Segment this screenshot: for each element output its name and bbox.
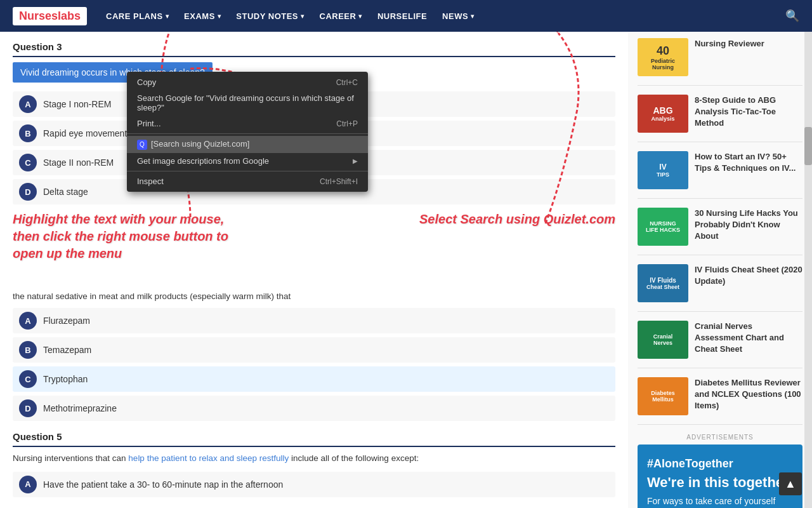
cm-quizlet-search[interactable]: Q[Search using Quizlet.com] xyxy=(127,136,368,153)
sidebar-item-4[interactable]: NURSING LIFE HACKS 30 Nursing Life Hacks… xyxy=(638,208,802,255)
sidebar-thumb-4: NURSING LIFE HACKS xyxy=(638,208,688,246)
q5-link[interactable]: help the patient to relax and sleep rest… xyxy=(128,453,289,463)
q5-option-a[interactable]: A Have the patient take a 30- to 60-minu… xyxy=(13,472,615,497)
cm-divider1 xyxy=(127,133,368,134)
question5-text: Nursing interventions that can help the … xyxy=(13,452,615,465)
question5-header: Question 5 xyxy=(13,431,615,447)
q4-option-d[interactable]: D Methotrimeprazine xyxy=(13,396,615,421)
cm-print[interactable]: Print... Ctrl+P xyxy=(127,116,368,131)
nav-news[interactable]: NEWS ▾ xyxy=(436,8,481,25)
sidebar-item-text-1: Nursing Reviewer xyxy=(695,38,764,50)
cm-image-descriptions[interactable]: Get image descriptions from Google xyxy=(127,153,368,169)
ads-hashtag: #AloneTogether xyxy=(647,457,793,471)
option-circle-a: A xyxy=(19,476,37,493)
sidebar-item-text-2: 8-Step Guide to ABG Analysis Tic-Tac-Toe… xyxy=(695,95,802,130)
nav-exams[interactable]: EXAMS ▾ xyxy=(178,8,227,25)
chevron-down-icon: ▾ xyxy=(358,13,362,20)
sidebar-thumb-2: ABG Analysis xyxy=(638,95,688,133)
sidebar-item-5[interactable]: IV Fluids Cheat Sheet IV Fluids Cheat Sh… xyxy=(638,264,802,312)
ads-sub: For ways to take care of yourself xyxy=(647,496,793,506)
nav-career[interactable]: CAREER ▾ xyxy=(313,8,369,25)
cm-copy[interactable]: Copy Ctrl+C xyxy=(127,74,368,90)
logo-text-accent: labs xyxy=(58,10,81,22)
quizlet-icon: Q xyxy=(137,140,147,150)
q4-option-c[interactable]: C Tryptophan xyxy=(13,366,615,392)
q4-intro-text: the natural sedative in meat and milk pr… xyxy=(13,290,615,303)
sidebar-item-7[interactable]: Diabetes Mellitus Diabetes Mellitus Revi… xyxy=(638,377,802,425)
sidebar-thumb-5: IV Fluids Cheat Sheet xyxy=(638,264,688,302)
logo-text-main: Nurses xyxy=(19,10,58,22)
nav-care-plans[interactable]: CARE PLANS ▾ xyxy=(100,8,175,25)
sidebar-item-1[interactable]: 40 Pediatric Nursing Nursing Reviewer xyxy=(638,38,802,86)
navbar: Nurseslabs CARE PLANS ▾ EXAMS ▾ STUDY NO… xyxy=(0,0,812,32)
option-circle-c: C xyxy=(19,370,37,388)
scrollbar-thumb[interactable] xyxy=(804,127,812,165)
sidebar-item-6[interactable]: Cranial Nerves Cranial Nerves Assessment… xyxy=(638,321,802,368)
sidebar-item-3[interactable]: IV TIPS How to Start an IV? 50+ Tips & T… xyxy=(638,151,802,199)
sidebar-item-2[interactable]: ABG Analysis 8-Step Guide to ABG Analysi… xyxy=(638,95,802,142)
search-icon[interactable]: 🔍 xyxy=(785,9,799,23)
sidebar-ads-label: ADVERTISEMENTS xyxy=(638,434,802,441)
sidebar-thumb-3: IV TIPS xyxy=(638,151,688,189)
sidebar-item-text-4: 30 Nursing Life Hacks You Probably Didn'… xyxy=(695,208,802,243)
chevron-down-icon: ▾ xyxy=(166,13,169,20)
chevron-down-icon: ▾ xyxy=(301,13,304,20)
option-circle-a: A xyxy=(19,312,37,330)
sidebar-item-text-3: How to Start an IV? 50+ Tips & Technique… xyxy=(695,151,802,174)
option-circle-b: B xyxy=(19,341,37,359)
option-circle-a: A xyxy=(19,95,37,113)
scrollbar-track xyxy=(804,0,812,508)
sidebar-thumb-6: Cranial Nerves xyxy=(638,321,688,359)
question4-options: A Flurazepam B Temazepam C Tryptophan D … xyxy=(13,308,615,421)
scroll-to-top-button[interactable]: ▲ xyxy=(779,472,802,495)
sidebar-thumb-7: Diabetes Mellitus xyxy=(638,377,688,415)
cm-divider2 xyxy=(127,171,368,171)
question3-header: Question 3 xyxy=(13,41,615,57)
annotation-area: Highlight the text with your mouse,then … xyxy=(13,211,615,287)
sidebar-item-text-7: Diabetes Mellitus Reviewer and NCLEX Que… xyxy=(695,377,802,412)
sidebar-item-text-5: IV Fluids Cheat Sheet (2020 Update) xyxy=(695,264,802,287)
nav-study-notes[interactable]: STUDY NOTES ▾ xyxy=(230,8,310,25)
option-circle-d: D xyxy=(19,183,37,201)
q4-option-a[interactable]: A Flurazepam xyxy=(13,308,615,333)
option-circle-d: D xyxy=(19,399,37,417)
site-logo[interactable]: Nurseslabs xyxy=(13,7,87,25)
ads-tagline: We're in this together. xyxy=(647,474,793,491)
nav-nurselife[interactable]: NURSELIFE xyxy=(371,8,433,25)
sidebar: 40 Pediatric Nursing Nursing Reviewer AB… xyxy=(628,32,812,508)
option-circle-b: B xyxy=(19,124,37,142)
page-layout: Question 3 Vivid dreaming occurs in whic… xyxy=(0,32,812,508)
annotation-left: Highlight the text with your mouse,then … xyxy=(13,211,228,262)
option-circle-c: C xyxy=(19,154,37,171)
nav-links: CARE PLANS ▾ EXAMS ▾ STUDY NOTES ▾ CAREE… xyxy=(100,8,481,25)
annotation-right: Select Search using Quizlet.com xyxy=(419,211,615,227)
ads-banner[interactable]: #AloneTogether We're in this together. F… xyxy=(638,444,802,508)
chevron-down-icon: ▾ xyxy=(218,13,221,20)
q4-option-b[interactable]: B Temazepam xyxy=(13,337,615,363)
sidebar-item-text-6: Cranial Nerves Assessment Chart and Chea… xyxy=(695,321,802,356)
question5-section: Question 5 Nursing interventions that ca… xyxy=(13,431,615,497)
main-content: Question 3 Vivid dreaming occurs in whic… xyxy=(0,32,628,508)
cm-inspect[interactable]: Inspect Ctrl+Shift+I xyxy=(127,173,368,189)
sidebar-thumb-1: 40 Pediatric Nursing xyxy=(638,38,688,76)
cm-google-search[interactable]: Search Google for "Vivid dreaming occurs… xyxy=(127,90,368,116)
chevron-down-icon: ▾ xyxy=(471,13,475,20)
context-menu: Copy Ctrl+C Search Google for "Vivid dre… xyxy=(127,72,368,192)
